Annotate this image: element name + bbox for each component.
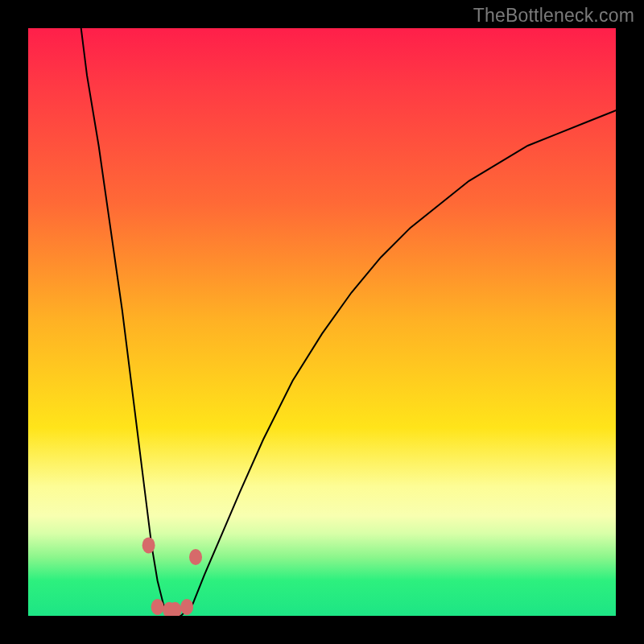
- curve-marker: [180, 599, 193, 615]
- plot-area: [28, 28, 616, 616]
- curve-svg: [28, 28, 616, 616]
- chart-frame: TheBottleneck.com: [0, 0, 644, 644]
- curve-marker: [189, 549, 202, 565]
- curve-marker: [142, 537, 155, 553]
- curve-marker: [151, 599, 164, 615]
- watermark-text: TheBottleneck.com: [473, 5, 634, 27]
- bottleneck-curve: [81, 28, 616, 616]
